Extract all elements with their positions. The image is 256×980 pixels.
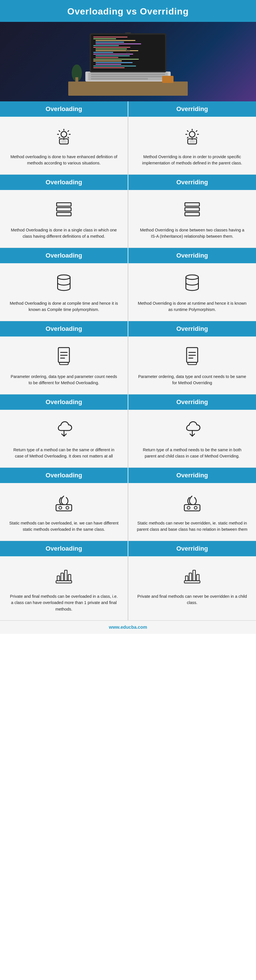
svg-rect-10 (96, 40, 135, 41)
overloading-label-0: Overloading (0, 101, 128, 117)
overloading-label-3: Overloading (0, 321, 128, 337)
svg-rect-68 (186, 576, 188, 581)
svg-rect-56 (56, 504, 72, 511)
svg-rect-66 (68, 574, 71, 581)
svg-rect-59 (184, 504, 200, 511)
section-header-6: Overloading Overriding (0, 541, 256, 556)
overloading-label-4: Overloading (0, 395, 128, 410)
overloading-icon-2 (51, 270, 77, 296)
svg-rect-38 (57, 203, 71, 206)
svg-rect-50 (59, 362, 68, 364)
overriding-label-2: Overriding (128, 248, 256, 263)
overriding-col-0: Method Overriding is done in order to pr… (128, 117, 256, 174)
overriding-icon-4 (179, 417, 205, 442)
svg-rect-20 (96, 57, 118, 58)
overloading-text-6: Private and final methods can be overloa… (8, 593, 119, 612)
title-bar: Overloading vs Overriding (0, 0, 256, 22)
svg-rect-25 (93, 65, 136, 67)
overriding-col-1: Method Overriding is done between two cl… (128, 190, 256, 248)
svg-rect-69 (189, 573, 192, 581)
svg-rect-37 (189, 140, 195, 143)
overriding-icon-1 (179, 197, 205, 222)
svg-rect-42 (185, 208, 199, 211)
overloading-text-1: Method Overloading is done in a single c… (8, 227, 119, 240)
svg-rect-70 (193, 570, 195, 581)
svg-rect-64 (61, 573, 64, 581)
overriding-icon-0 (179, 124, 205, 149)
content-row-5: Static methods can be overloaded, ie. we… (0, 483, 256, 541)
overriding-text-3: Parameter ordering, data type and count … (137, 374, 248, 386)
svg-rect-65 (64, 570, 67, 581)
svg-rect-22 (93, 60, 122, 61)
overloading-label-5: Overloading (0, 468, 128, 483)
svg-rect-9 (93, 38, 116, 39)
svg-point-57 (59, 506, 62, 509)
overloading-label-6: Overloading (0, 541, 128, 556)
overloading-col-3: Parameter ordering, data type and parame… (0, 337, 128, 394)
svg-rect-43 (185, 212, 199, 216)
svg-point-35 (189, 132, 195, 137)
overloading-text-3: Parameter ordering, data type and parame… (8, 374, 119, 386)
overloading-col-5: Static methods can be overloaded, ie. we… (0, 483, 128, 541)
overriding-col-3: Parameter ordering, data type and count … (128, 337, 256, 394)
overloading-text-0: Method overloading is done to have enhan… (8, 154, 119, 166)
overloading-col-2: Method Overloading is done at compile ti… (0, 263, 128, 321)
svg-rect-15 (96, 49, 127, 49)
content-row-2: Method Overloading is done at compile ti… (0, 263, 256, 321)
content-row-6: Private and final methods can be overloa… (0, 556, 256, 620)
hero-image (0, 22, 256, 101)
overriding-col-4: Return type of a method needs to be the … (128, 410, 256, 468)
overloading-col-0: Method overloading is done to have enhan… (0, 117, 128, 174)
footer-url: www.educba.com (109, 625, 147, 630)
svg-rect-5 (91, 78, 148, 80)
svg-rect-34 (61, 140, 67, 143)
svg-rect-13 (93, 45, 119, 46)
overriding-icon-5 (179, 490, 205, 515)
overloading-icon-5 (51, 490, 77, 515)
content-row-0: Method overloading is done to have enhan… (0, 117, 256, 175)
overloading-text-4: Return type of a method can be the same … (8, 447, 119, 460)
svg-point-60 (187, 506, 190, 509)
content-row-3: Parameter ordering, data type and parame… (0, 337, 256, 395)
overloading-icon-6 (51, 563, 77, 589)
overriding-text-4: Return type of a method needs to be the … (137, 447, 248, 460)
section-header-3: Overloading Overriding (0, 321, 256, 337)
svg-rect-23 (96, 62, 133, 63)
overriding-icon-3 (179, 343, 205, 369)
section-header-2: Overloading Overriding (0, 248, 256, 263)
svg-rect-19 (96, 56, 130, 56)
page-title: Overloading vs Overriding (3, 6, 253, 17)
overriding-icon-6 (179, 563, 205, 589)
svg-rect-26 (93, 67, 125, 68)
svg-rect-8 (93, 37, 128, 38)
overloading-text-2: Method Overloading is done at compile ti… (8, 300, 119, 313)
svg-point-45 (186, 275, 198, 280)
overriding-col-5: Static methods can never be overridden, … (128, 483, 256, 541)
svg-rect-63 (57, 576, 60, 581)
svg-rect-4 (91, 76, 165, 77)
overriding-label-4: Overriding (128, 395, 256, 410)
svg-rect-41 (185, 203, 199, 206)
overloading-icon-1 (51, 197, 77, 222)
svg-point-27 (126, 49, 130, 54)
svg-rect-14 (93, 47, 130, 48)
overloading-col-4: Return type of a method can be the same … (0, 410, 128, 468)
svg-rect-39 (57, 208, 71, 211)
sections-container: Overloading Overriding Method overloadin… (0, 101, 256, 620)
content-row-1: Method Overloading is done in a single c… (0, 190, 256, 248)
overriding-icon-2 (179, 270, 205, 296)
laptop-illustration (68, 27, 188, 96)
svg-rect-71 (197, 574, 199, 581)
overriding-label-3: Overriding (128, 321, 256, 337)
svg-rect-55 (188, 362, 197, 364)
svg-rect-12 (96, 43, 141, 44)
section-header-5: Overloading Overriding (0, 468, 256, 483)
svg-rect-28 (125, 32, 131, 34)
svg-point-58 (66, 506, 69, 509)
footer: www.educba.com (0, 620, 256, 634)
overriding-col-2: Method Overriding is done at runtime and… (128, 263, 256, 321)
overloading-col-1: Method Overloading is done in a single c… (0, 190, 128, 248)
svg-rect-3 (91, 73, 165, 75)
overloading-icon-0 (51, 124, 77, 149)
svg-rect-0 (68, 81, 188, 96)
